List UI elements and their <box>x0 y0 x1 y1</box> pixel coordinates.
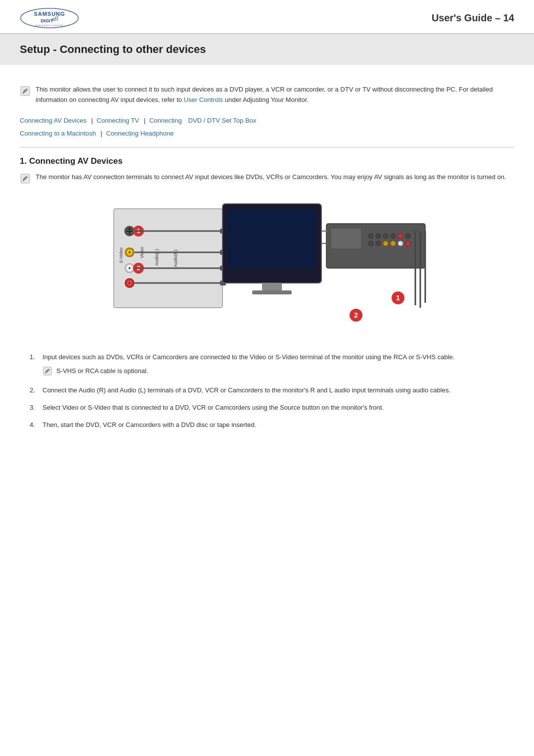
step-3: 3. Select Video or S-Video that is conne… <box>30 403 514 413</box>
svg-point-14 <box>127 228 133 234</box>
section-divider <box>20 147 514 147</box>
svg-point-52 <box>368 241 373 246</box>
logo-area: SAMSUNG DIGIT all everyone's invited <box>20 7 79 29</box>
svg-point-55 <box>391 241 396 246</box>
svg-text:SAMSUNG: SAMSUNG <box>34 11 65 17</box>
samsung-logo: SAMSUNG DIGIT all everyone's invited <box>20 7 79 29</box>
link-connecting-dvd-1[interactable]: Connecting <box>149 117 182 124</box>
info-icon <box>20 86 31 96</box>
svg-point-47 <box>376 234 381 238</box>
svg-point-46 <box>368 234 373 238</box>
link-connecting-tv[interactable]: Connecting TV <box>97 117 139 124</box>
svg-text:2: 2 <box>354 311 358 319</box>
guide-title: User's Guide – 14 <box>432 12 514 24</box>
svg-point-15 <box>128 229 129 231</box>
svg-rect-7 <box>114 209 222 308</box>
svg-point-17 <box>128 232 129 233</box>
svg-point-16 <box>131 229 132 231</box>
svg-point-54 <box>383 241 388 246</box>
av-connection-diagram: S-Video AV Video Audio(L) Audio(R) <box>104 194 430 337</box>
svg-text:all: all <box>52 16 58 23</box>
step-1: 1. Input devices such as DVDs, VCRs or C… <box>30 352 514 379</box>
svg-point-56 <box>398 241 403 246</box>
svg-point-28 <box>129 267 131 269</box>
svg-point-18 <box>131 232 132 233</box>
steps-list: 1. Input devices such as DVDs, VCRs or C… <box>30 352 514 430</box>
nav-links: Connecting AV Devices | Connecting TV | … <box>20 114 514 140</box>
step-2: 2. Connect the Audio (R) and Audio (L) t… <box>30 385 514 396</box>
diagram-area: S-Video AV Video Audio(L) Audio(R) <box>20 194 514 337</box>
user-controls-link[interactable]: User Controls <box>184 96 223 103</box>
svg-rect-45 <box>331 229 361 248</box>
svg-point-48 <box>383 234 388 238</box>
svg-text:Audio(L): Audio(L) <box>154 249 159 266</box>
svg-text:S-Video: S-Video <box>119 247 124 263</box>
svg-point-50 <box>398 234 403 238</box>
link-connecting-mac[interactable]: Connecting to a Macintosh <box>20 130 96 137</box>
svg-text:everyone's invited: everyone's invited <box>36 24 63 27</box>
svg-point-49 <box>391 234 396 238</box>
page-title-bar: Setup - Connecting to other devices <box>0 34 534 65</box>
svg-point-51 <box>405 234 410 238</box>
page-title: Setup - Connecting to other devices <box>20 43 514 56</box>
svg-rect-42 <box>262 283 282 290</box>
svg-rect-41 <box>227 209 316 268</box>
svg-point-37 <box>129 282 131 284</box>
link-connecting-headphone[interactable]: Connecting Headphone <box>106 130 174 137</box>
step1-note: S-VHS or RCA cable is optional. <box>43 366 514 377</box>
svg-point-57 <box>405 241 410 246</box>
link-connecting-dvd-2[interactable]: DVD / DTV Set Top Box <box>188 117 257 124</box>
svg-text:1: 1 <box>396 294 400 302</box>
svg-text:DIGIT: DIGIT <box>41 18 53 23</box>
page-header: SAMSUNG DIGIT all everyone's invited Use… <box>0 0 534 34</box>
svg-point-53 <box>376 241 381 246</box>
section1-description: The monitor has AV connection terminals … <box>36 172 506 183</box>
link-connecting-av[interactable]: Connecting AV Devices <box>20 117 87 124</box>
section-info-icon <box>20 173 31 184</box>
main-content: This monitor allows the user to connect … <box>0 65 534 447</box>
intro-info-box: This monitor allows the user to connect … <box>20 85 514 105</box>
intro-text: This monitor allows the user to connect … <box>36 85 514 105</box>
step-4: 4. Then, start the DVD, VCR or Camcorder… <box>30 420 514 430</box>
svg-point-25 <box>129 251 131 253</box>
section1-heading: 1. Connecting AV Devices <box>20 156 514 166</box>
svg-rect-43 <box>252 290 292 294</box>
note-icon <box>43 366 52 376</box>
section1-info: The monitor has AV connection terminals … <box>20 172 514 184</box>
